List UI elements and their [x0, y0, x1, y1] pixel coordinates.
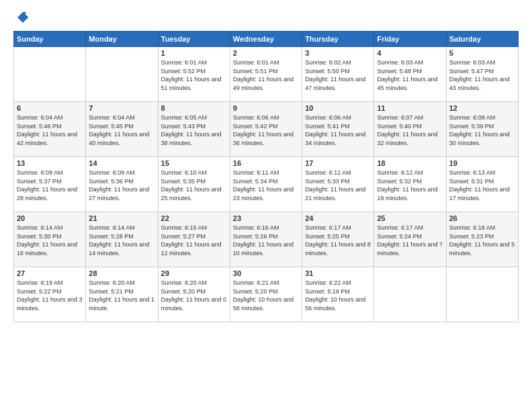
- calendar-week-row: 27Sunrise: 6:19 AM Sunset: 5:22 PM Dayli…: [14, 267, 519, 322]
- day-info: Sunrise: 6:02 AM Sunset: 5:50 PM Dayligh…: [305, 58, 371, 92]
- calendar-week-row: 20Sunrise: 6:14 AM Sunset: 5:30 PM Dayli…: [14, 212, 519, 267]
- day-number: 28: [89, 269, 154, 277]
- day-number: 26: [449, 214, 515, 222]
- day-info: Sunrise: 6:07 AM Sunset: 5:40 PM Dayligh…: [377, 113, 443, 147]
- day-number: 20: [17, 214, 83, 222]
- calendar-day-cell: 17Sunrise: 6:11 AM Sunset: 5:33 PM Dayli…: [302, 157, 374, 212]
- calendar-week-row: 1Sunrise: 6:01 AM Sunset: 5:52 PM Daylig…: [14, 47, 519, 102]
- logo-icon: [16, 11, 30, 24]
- day-number: 17: [305, 159, 371, 167]
- calendar-week-row: 13Sunrise: 6:09 AM Sunset: 5:37 PM Dayli…: [14, 157, 519, 212]
- calendar-day-cell: 5Sunrise: 6:03 AM Sunset: 5:47 PM Daylig…: [446, 47, 518, 102]
- calendar-day-cell: 19Sunrise: 6:13 AM Sunset: 5:31 PM Dayli…: [446, 157, 518, 212]
- calendar-day-cell: 10Sunrise: 6:06 AM Sunset: 5:41 PM Dayli…: [302, 102, 374, 157]
- day-of-week-header: Saturday: [446, 32, 518, 47]
- day-info: Sunrise: 6:14 AM Sunset: 5:28 PM Dayligh…: [89, 224, 154, 257]
- day-number: 4: [377, 49, 443, 57]
- day-number: 9: [233, 104, 299, 112]
- calendar-day-cell: [14, 47, 86, 102]
- day-info: Sunrise: 6:03 AM Sunset: 5:47 PM Dayligh…: [449, 58, 515, 92]
- calendar-week-row: 6Sunrise: 6:04 AM Sunset: 5:46 PM Daylig…: [14, 102, 519, 157]
- calendar-day-cell: 21Sunrise: 6:14 AM Sunset: 5:28 PM Dayli…: [86, 212, 158, 267]
- calendar-day-cell: 3Sunrise: 6:02 AM Sunset: 5:50 PM Daylig…: [302, 47, 374, 102]
- day-number: 13: [17, 159, 83, 167]
- day-info: Sunrise: 6:20 AM Sunset: 5:21 PM Dayligh…: [89, 279, 154, 312]
- day-number: 11: [377, 104, 443, 112]
- calendar-day-cell: 29Sunrise: 6:20 AM Sunset: 5:20 PM Dayli…: [158, 267, 230, 322]
- calendar-day-cell: 4Sunrise: 6:03 AM Sunset: 5:48 PM Daylig…: [374, 47, 446, 102]
- calendar-day-cell: 9Sunrise: 6:06 AM Sunset: 5:42 PM Daylig…: [230, 102, 302, 157]
- day-info: Sunrise: 6:05 AM Sunset: 5:43 PM Dayligh…: [161, 113, 227, 147]
- calendar-day-cell: 25Sunrise: 6:17 AM Sunset: 5:24 PM Dayli…: [374, 212, 446, 267]
- day-number: 6: [17, 104, 83, 112]
- day-info: Sunrise: 6:06 AM Sunset: 5:42 PM Dayligh…: [233, 113, 299, 147]
- day-info: Sunrise: 6:18 AM Sunset: 5:23 PM Dayligh…: [449, 224, 515, 257]
- calendar-day-cell: 22Sunrise: 6:15 AM Sunset: 5:27 PM Dayli…: [158, 212, 230, 267]
- day-number: 24: [305, 214, 371, 222]
- calendar-day-cell: 20Sunrise: 6:14 AM Sunset: 5:30 PM Dayli…: [14, 212, 86, 267]
- calendar-day-cell: 1Sunrise: 6:01 AM Sunset: 5:52 PM Daylig…: [158, 47, 230, 102]
- calendar-day-cell: [374, 267, 446, 322]
- day-number: 1: [161, 49, 227, 57]
- day-number: 16: [233, 159, 299, 167]
- logo: [13, 11, 30, 24]
- calendar-day-cell: 13Sunrise: 6:09 AM Sunset: 5:37 PM Dayli…: [14, 157, 86, 212]
- day-number: 15: [161, 159, 227, 167]
- day-number: 2: [233, 49, 299, 57]
- header: [13, 11, 519, 24]
- day-of-week-header: Friday: [374, 32, 446, 47]
- day-number: 27: [17, 269, 83, 277]
- calendar-day-cell: 18Sunrise: 6:12 AM Sunset: 5:32 PM Dayli…: [374, 157, 446, 212]
- day-number: 10: [305, 104, 371, 112]
- day-info: Sunrise: 6:04 AM Sunset: 5:45 PM Dayligh…: [89, 113, 154, 147]
- day-info: Sunrise: 6:10 AM Sunset: 5:35 PM Dayligh…: [161, 169, 227, 202]
- calendar-day-cell: 8Sunrise: 6:05 AM Sunset: 5:43 PM Daylig…: [158, 102, 230, 157]
- day-info: Sunrise: 6:20 AM Sunset: 5:20 PM Dayligh…: [161, 279, 227, 312]
- calendar-day-cell: 16Sunrise: 6:11 AM Sunset: 5:34 PM Dayli…: [230, 157, 302, 212]
- day-info: Sunrise: 6:19 AM Sunset: 5:22 PM Dayligh…: [17, 279, 83, 312]
- day-number: 14: [89, 159, 154, 167]
- calendar-page: SundayMondayTuesdayWednesdayThursdayFrid…: [0, 0, 532, 411]
- day-of-week-header: Tuesday: [158, 32, 230, 47]
- day-number: 22: [161, 214, 227, 222]
- day-of-week-header: Monday: [86, 32, 158, 47]
- calendar-day-cell: 15Sunrise: 6:10 AM Sunset: 5:35 PM Dayli…: [158, 157, 230, 212]
- calendar-day-cell: [86, 47, 158, 102]
- day-number: 19: [449, 159, 515, 167]
- day-number: 8: [161, 104, 227, 112]
- calendar-day-cell: 14Sunrise: 6:09 AM Sunset: 5:36 PM Dayli…: [86, 157, 158, 212]
- calendar-day-cell: 24Sunrise: 6:17 AM Sunset: 5:25 PM Dayli…: [302, 212, 374, 267]
- day-of-week-header: Wednesday: [230, 32, 302, 47]
- calendar-day-cell: 23Sunrise: 6:16 AM Sunset: 5:26 PM Dayli…: [230, 212, 302, 267]
- day-info: Sunrise: 6:12 AM Sunset: 5:32 PM Dayligh…: [377, 169, 443, 202]
- day-info: Sunrise: 6:11 AM Sunset: 5:34 PM Dayligh…: [233, 169, 299, 202]
- calendar-day-cell: 30Sunrise: 6:21 AM Sunset: 5:20 PM Dayli…: [230, 267, 302, 322]
- calendar-day-cell: 12Sunrise: 6:08 AM Sunset: 5:39 PM Dayli…: [446, 102, 518, 157]
- day-number: 12: [449, 104, 515, 112]
- calendar-day-cell: 28Sunrise: 6:20 AM Sunset: 5:21 PM Dayli…: [86, 267, 158, 322]
- day-info: Sunrise: 6:04 AM Sunset: 5:46 PM Dayligh…: [17, 113, 83, 147]
- calendar-day-cell: 2Sunrise: 6:01 AM Sunset: 5:51 PM Daylig…: [230, 47, 302, 102]
- calendar-day-cell: 27Sunrise: 6:19 AM Sunset: 5:22 PM Dayli…: [14, 267, 86, 322]
- calendar-day-cell: 11Sunrise: 6:07 AM Sunset: 5:40 PM Dayli…: [374, 102, 446, 157]
- day-number: 30: [233, 269, 299, 277]
- calendar-day-cell: 31Sunrise: 6:22 AM Sunset: 5:19 PM Dayli…: [302, 267, 374, 322]
- calendar-day-cell: 7Sunrise: 6:04 AM Sunset: 5:45 PM Daylig…: [86, 102, 158, 157]
- day-number: 3: [305, 49, 371, 57]
- day-number: 31: [305, 269, 371, 277]
- calendar-table: SundayMondayTuesdayWednesdayThursdayFrid…: [13, 31, 519, 322]
- day-info: Sunrise: 6:11 AM Sunset: 5:33 PM Dayligh…: [305, 169, 371, 202]
- day-of-week-header: Thursday: [302, 32, 374, 47]
- calendar-day-cell: 6Sunrise: 6:04 AM Sunset: 5:46 PM Daylig…: [14, 102, 86, 157]
- day-number: 25: [377, 214, 443, 222]
- calendar-header-row: SundayMondayTuesdayWednesdayThursdayFrid…: [14, 32, 519, 47]
- day-info: Sunrise: 6:03 AM Sunset: 5:48 PM Dayligh…: [377, 58, 443, 92]
- day-info: Sunrise: 6:14 AM Sunset: 5:30 PM Dayligh…: [17, 224, 83, 257]
- day-info: Sunrise: 6:22 AM Sunset: 5:19 PM Dayligh…: [305, 279, 371, 312]
- day-number: 18: [377, 159, 443, 167]
- day-number: 29: [161, 269, 227, 277]
- day-number: 5: [449, 49, 515, 57]
- day-info: Sunrise: 6:16 AM Sunset: 5:26 PM Dayligh…: [233, 224, 299, 257]
- day-info: Sunrise: 6:09 AM Sunset: 5:37 PM Dayligh…: [17, 169, 83, 202]
- day-number: 23: [233, 214, 299, 222]
